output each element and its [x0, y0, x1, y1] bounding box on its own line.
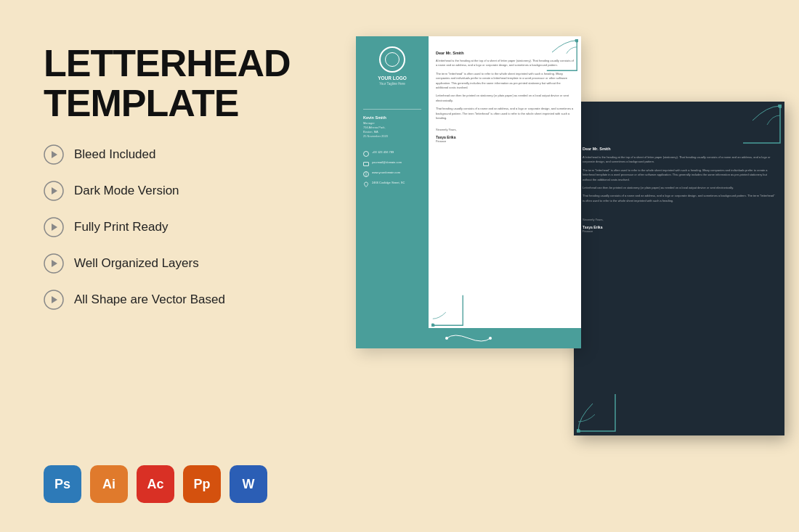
letterhead-dark: Dear Mr. Smith A letterhead is the headi… [574, 102, 784, 435]
corner-ornament-bl [431, 294, 464, 327]
sig-title: Finance [436, 139, 574, 143]
location-icon [363, 181, 369, 187]
teal-accent-bar [356, 328, 581, 348]
acrobat-icon: Ac [137, 465, 174, 503]
email-icon [363, 161, 369, 167]
letter-body-3: Letterhead can then be printed on statio… [436, 94, 574, 103]
svg-marker-9 [52, 296, 57, 303]
title-line1: LETTERHEAD TEMPLATE [44, 44, 276, 123]
contact-web-item: www.yourdomain.com [363, 171, 421, 177]
person-date: 25 November 2020 [363, 134, 421, 139]
letter-body-2: The term "letterhead" is often used to r… [436, 72, 574, 91]
arrow-circle-icon [44, 144, 64, 165]
svg-point-16 [445, 337, 448, 340]
dark-letter-greeting: Dear Mr. Smith [583, 147, 776, 151]
letter-signature: Sincerely Yours, Tasya Erika Finance [436, 128, 574, 143]
svg-marker-7 [52, 260, 57, 267]
logo-inner [385, 52, 400, 67]
dark-body-4: That heading usually consists of a name … [583, 194, 776, 203]
features-list: Bleed Included Dark Mode Version Fully P… [44, 144, 276, 310]
dark-body-1: A letterhead is the heading at the top o… [583, 155, 776, 165]
arrow-circle-icon-4 [44, 253, 64, 274]
corner-ornament-tr [545, 39, 578, 72]
feature-vector: All Shape are Vector Based [44, 290, 276, 310]
powerpoint-icon: Pp [183, 465, 221, 503]
svg-rect-11 [364, 163, 369, 166]
feature-bleed: Bleed Included [44, 144, 276, 165]
word-icon: W [230, 465, 267, 503]
svg-point-10 [364, 152, 369, 157]
contact-address-item: 2466 Coolidge Street, SC [363, 181, 421, 187]
contact-web: www.yourdomain.com [372, 171, 400, 175]
web-icon [363, 171, 369, 177]
arrow-circle-icon-2 [44, 181, 64, 201]
photoshop-icon: Ps [44, 465, 81, 503]
title-section: LETTERHEAD TEMPLATE [44, 44, 276, 123]
logo-circle [379, 46, 405, 73]
contact-phone-item: +00 123 456 789 [363, 150, 421, 157]
arrow-circle-icon-3 [44, 217, 64, 237]
dark-corner-tr [742, 105, 782, 144]
logo-tagline: Your Tagline Here [379, 82, 405, 86]
arrow-circle-icon-5 [44, 290, 64, 310]
dark-body-3: Letterhead can then be printed on statio… [583, 186, 776, 190]
phone-icon [363, 151, 369, 157]
letter-sidebar: YOUR LOGO Your Tagline Here Kevin Smith … [356, 36, 429, 348]
contact-email-item: yourmail@domain.com [363, 160, 421, 167]
left-panel: LETTERHEAD TEMPLATE Bleed Included Dark … [0, 0, 312, 532]
svg-marker-1 [52, 151, 57, 158]
letterhead-white: YOUR LOGO Your Tagline Here Kevin Smith … [356, 36, 581, 348]
sidebar-person: Kevin Smith Manager 794 Athena Park, Bos… [363, 109, 421, 139]
sidebar-contact: +00 123 456 789 yourmail@domain.com www.… [363, 150, 421, 191]
svg-marker-5 [52, 224, 57, 231]
contact-address: 2466 Coolidge Street, SC [372, 181, 405, 185]
svg-marker-3 [52, 187, 57, 195]
logo-text: YOUR LOGO [378, 75, 407, 81]
svg-point-17 [489, 337, 492, 340]
sincerely: Sincerely Yours, [436, 128, 574, 131]
person-name: Kevin Smith [363, 115, 421, 120]
letter-main: Dear Mr. Smith A letterhead is the headi… [429, 36, 581, 348]
dark-sincerely: Sincerely Yours, [583, 218, 776, 221]
svg-point-15 [431, 324, 435, 327]
software-icons: Ps Ai Ac Pp W [44, 465, 276, 503]
contact-email: yourmail@domain.com [372, 160, 402, 165]
feature-dark: Dark Mode Version [44, 181, 276, 201]
dark-body-2: The term "letterhead" is often used to r… [583, 168, 776, 182]
dark-signature: Sincerely Yours, Tasya Erika Finance [583, 218, 776, 233]
dark-sig-title: Finance [583, 229, 776, 233]
contact-phone: +00 123 456 789 [372, 150, 394, 155]
svg-point-14 [575, 39, 579, 43]
feature-print: Fully Print Ready [44, 217, 276, 237]
illustrator-icon: Ai [90, 465, 128, 503]
dark-corner-bl [577, 393, 617, 433]
feature-layers: Well Organized Layers [44, 253, 276, 274]
right-panel: YOUR LOGO Your Tagline Here Kevin Smith … [312, 0, 799, 532]
letter-body-4: That heading usually consists of a name … [436, 107, 574, 120]
bottom-ornament [439, 331, 498, 345]
